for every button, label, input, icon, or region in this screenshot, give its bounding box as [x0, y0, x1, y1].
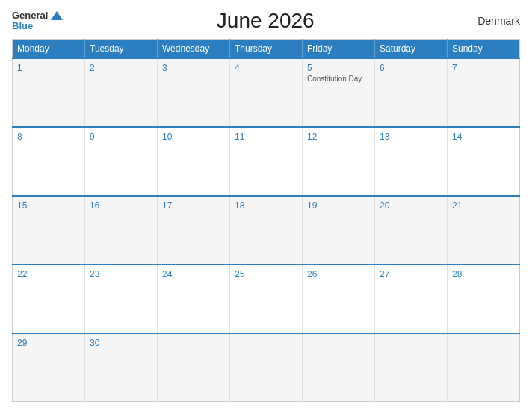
col-tuesday: Tuesday: [85, 40, 158, 59]
col-thursday: Thursday: [230, 40, 303, 59]
calendar-cell: 22: [13, 265, 85, 333]
calendar-cell: 30: [85, 333, 158, 402]
calendar-cell: 26: [303, 265, 375, 333]
day-number: 21: [452, 200, 515, 211]
day-number: 18: [235, 200, 297, 211]
calendar-week-row: 12345Constitution Day67: [13, 58, 520, 127]
day-number: 23: [90, 269, 152, 279]
calendar-cell: 8: [13, 127, 85, 196]
calendar-cell: 23: [85, 265, 158, 333]
holiday-label: Constitution Day: [307, 75, 370, 83]
logo-triangle-icon: [51, 11, 63, 20]
day-number: 20: [380, 200, 442, 211]
calendar-page: General Blue June 2026 Denmark Monday Tu…: [0, 0, 532, 411]
day-number: 30: [90, 338, 152, 348]
calendar-week-row: 22232425262728: [13, 265, 520, 333]
calendar-cell: 14: [448, 127, 520, 196]
day-number: 5: [307, 63, 370, 73]
day-number: 25: [235, 269, 297, 279]
day-number: 28: [452, 269, 515, 279]
day-number: 26: [307, 269, 370, 279]
calendar-cell: 6: [375, 58, 448, 127]
col-wednesday: Wednesday: [158, 40, 230, 59]
calendar-cell: 9: [85, 127, 158, 196]
day-number: 8: [17, 132, 80, 142]
calendar-header-row: Monday Tuesday Wednesday Thursday Friday…: [13, 40, 520, 59]
day-number: 17: [162, 200, 225, 211]
day-number: 24: [162, 269, 225, 279]
calendar-cell: 11: [230, 127, 303, 196]
day-number: 4: [235, 63, 297, 73]
calendar-week-row: 2930: [13, 333, 520, 402]
day-number: 10: [162, 132, 225, 142]
day-number: 15: [17, 200, 80, 211]
calendar-week-row: 15161718192021: [13, 196, 520, 265]
calendar-cell: 5Constitution Day: [303, 58, 375, 127]
calendar-cell: 2: [85, 58, 158, 127]
calendar-cell: 17: [158, 196, 230, 265]
col-friday: Friday: [303, 40, 375, 59]
calendar-cell: [230, 333, 303, 402]
day-number: 11: [235, 132, 297, 142]
day-number: 6: [380, 63, 442, 73]
calendar-cell: 21: [448, 196, 520, 265]
calendar-cell: 15: [13, 196, 85, 265]
col-monday: Monday: [13, 40, 85, 59]
calendar-cell: 4: [230, 58, 303, 127]
calendar-cell: 10: [158, 127, 230, 196]
calendar-cell: 16: [85, 196, 158, 265]
calendar-title: June 2026: [63, 9, 468, 33]
day-number: 16: [90, 200, 152, 211]
calendar-cell: 25: [230, 265, 303, 333]
day-number: 3: [162, 63, 225, 73]
calendar-cell: 18: [230, 196, 303, 265]
day-number: 27: [380, 269, 442, 279]
calendar-cell: 20: [375, 196, 448, 265]
day-number: 2: [90, 63, 152, 73]
calendar-week-row: 891011121314: [13, 127, 520, 196]
logo: General Blue: [12, 10, 63, 32]
calendar-cell: 27: [375, 265, 448, 333]
calendar-cell: [375, 333, 448, 402]
day-number: 19: [307, 200, 370, 211]
day-number: 14: [452, 132, 515, 142]
day-number: 9: [90, 132, 152, 142]
calendar-header: General Blue June 2026 Denmark: [12, 9, 520, 33]
calendar-cell: [158, 333, 230, 402]
calendar-cell: 13: [375, 127, 448, 196]
logo-blue-text: Blue: [12, 21, 63, 31]
calendar-cell: 12: [303, 127, 375, 196]
calendar-cell: 7: [448, 58, 520, 127]
day-number: 1: [17, 63, 80, 73]
col-saturday: Saturday: [375, 40, 448, 59]
calendar-cell: 29: [13, 333, 85, 402]
calendar-cell: [303, 333, 375, 402]
day-number: 29: [17, 338, 80, 348]
calendar-body: 12345Constitution Day6789101112131415161…: [13, 58, 520, 402]
calendar-table: Monday Tuesday Wednesday Thursday Friday…: [12, 39, 520, 402]
calendar-cell: 1: [13, 58, 85, 127]
day-number: 13: [380, 132, 442, 142]
logo-general-text: General: [12, 10, 48, 21]
country-label: Denmark: [468, 15, 520, 27]
day-number: 22: [17, 269, 80, 279]
calendar-cell: [448, 333, 520, 402]
day-number: 12: [307, 132, 370, 142]
calendar-cell: 3: [158, 58, 230, 127]
calendar-cell: 28: [448, 265, 520, 333]
col-sunday: Sunday: [448, 40, 520, 59]
calendar-cell: 24: [158, 265, 230, 333]
calendar-cell: 19: [303, 196, 375, 265]
day-number: 7: [452, 63, 515, 73]
